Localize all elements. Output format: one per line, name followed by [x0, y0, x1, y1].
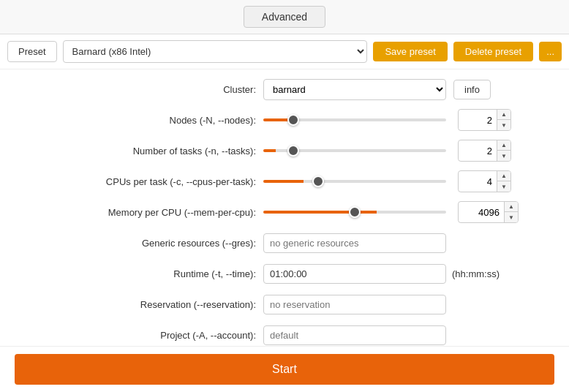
nodes-increment-button[interactable]: ▲ — [497, 110, 510, 120]
nodes-spinner-buttons: ▲ ▼ — [497, 110, 510, 130]
mem-slider[interactable] — [263, 211, 446, 214]
tasks-control: ▲ ▼ — [263, 140, 554, 162]
info-button[interactable]: info — [453, 80, 491, 99]
mem-spinner: ▲ ▼ — [458, 201, 519, 223]
mem-spinner-buttons: ▲ ▼ — [504, 202, 518, 222]
project-input[interactable] — [263, 325, 446, 345]
cpus-label: CPUs per task (-c, --cpus-per-task): — [15, 176, 263, 187]
generic-res-input[interactable] — [263, 233, 446, 253]
generic-res-row: Generic resources (--gres): — [15, 230, 554, 255]
preset-label: Preset — [7, 41, 57, 62]
runtime-label: Runtime (-t, --time): — [15, 268, 263, 279]
nodes-control: ▲ ▼ — [263, 109, 554, 131]
advanced-button[interactable]: Advanced — [244, 6, 325, 28]
cluster-control: barnard info — [263, 79, 554, 100]
cluster-select[interactable]: barnard — [263, 79, 446, 100]
cluster-label: Cluster: — [15, 84, 263, 95]
tasks-label: Number of tasks (-n, --tasks): — [15, 146, 263, 157]
project-row: Project (-A, --account): — [15, 323, 554, 347]
tasks-slider[interactable] — [263, 149, 446, 152]
tasks-input[interactable] — [459, 143, 497, 159]
tasks-row: Number of tasks (-n, --tasks): ▲ ▼ — [15, 138, 554, 163]
project-label: Project (-A, --account): — [15, 330, 263, 341]
mem-decrement-button[interactable]: ▼ — [505, 212, 518, 222]
cpus-decrement-button[interactable]: ▼ — [497, 181, 510, 192]
main-content: Cluster: barnard info Nodes (-N, --nodes… — [0, 69, 569, 391]
nodes-label: Nodes (-N, --nodes): — [15, 115, 263, 126]
tasks-spinner-buttons: ▲ ▼ — [497, 140, 510, 161]
reservation-row: Reservation (--reservation): — [15, 292, 554, 317]
nodes-row: Nodes (-N, --nodes): ▲ ▼ — [15, 108, 554, 132]
runtime-control: (hh:mm:ss) — [263, 264, 554, 284]
generic-res-control — [263, 233, 554, 253]
nodes-input[interactable] — [459, 112, 497, 129]
reservation-label: Reservation (--reservation): — [15, 299, 263, 310]
mem-control: ▲ ▼ — [263, 201, 554, 223]
reservation-input[interactable] — [263, 295, 446, 314]
nodes-decrement-button[interactable]: ▼ — [497, 120, 510, 130]
nodes-slider-container: ▲ ▼ — [263, 109, 554, 131]
preset-row: Preset Barnard (x86 Intel) Save preset D… — [0, 34, 569, 69]
generic-res-label: Generic resources (--gres): — [15, 238, 263, 249]
cpus-spinner-buttons: ▲ ▼ — [497, 171, 510, 192]
runtime-container: (hh:mm:ss) — [263, 264, 500, 284]
nodes-spinner: ▲ ▼ — [458, 109, 511, 131]
cpus-control: ▲ ▼ — [263, 170, 554, 192]
tasks-slider-container: ▲ ▼ — [263, 140, 554, 162]
delete-preset-button[interactable]: Delete preset — [453, 42, 533, 61]
cpus-row: CPUs per task (-c, --cpus-per-task): ▲ ▼ — [15, 169, 554, 194]
mem-label: Memory per CPU (--mem-per-cpu): — [15, 207, 263, 218]
cpus-slider[interactable] — [263, 180, 446, 183]
cpus-slider-container: ▲ ▼ — [263, 170, 554, 192]
more-button[interactable]: ... — [539, 42, 562, 61]
tasks-decrement-button[interactable]: ▼ — [497, 151, 510, 161]
cpus-input[interactable] — [459, 173, 497, 190]
mem-input[interactable] — [459, 204, 504, 221]
time-hint: (hh:mm:ss) — [452, 268, 500, 279]
start-button[interactable]: Start — [15, 354, 554, 385]
runtime-row: Runtime (-t, --time): (hh:mm:ss) — [15, 261, 554, 286]
mem-increment-button[interactable]: ▲ — [505, 202, 518, 212]
mem-row: Memory per CPU (--mem-per-cpu): ▲ ▼ — [15, 200, 554, 225]
start-bar: Start — [0, 346, 569, 392]
project-control — [263, 325, 554, 345]
cpus-increment-button[interactable]: ▲ — [497, 171, 510, 181]
tasks-increment-button[interactable]: ▲ — [497, 140, 510, 151]
cluster-row: Cluster: barnard info — [15, 77, 554, 102]
runtime-input[interactable] — [263, 264, 446, 284]
tasks-spinner: ▲ ▼ — [458, 140, 511, 162]
nodes-slider[interactable] — [263, 118, 446, 121]
mem-slider-container: ▲ ▼ — [263, 201, 554, 223]
preset-select[interactable]: Barnard (x86 Intel) — [63, 40, 368, 63]
cpus-spinner: ▲ ▼ — [458, 170, 511, 192]
reservation-control — [263, 295, 554, 314]
top-bar: Advanced — [0, 0, 569, 34]
save-preset-button[interactable]: Save preset — [373, 42, 447, 61]
